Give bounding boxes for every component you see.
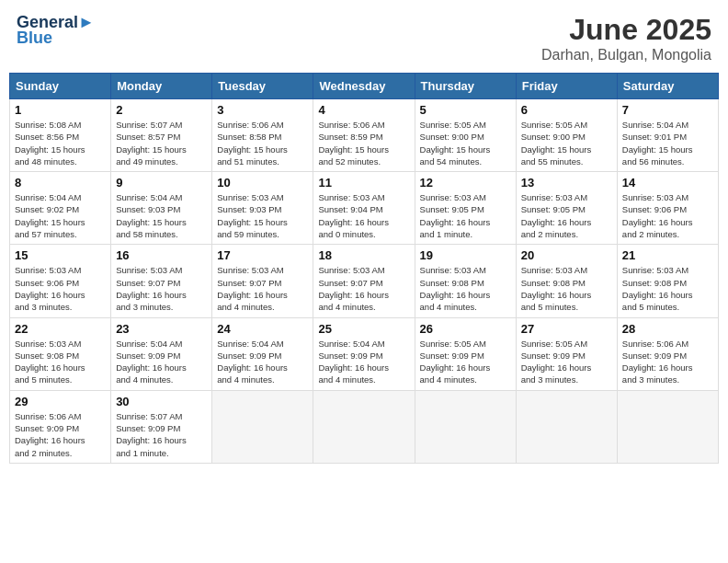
empty-cell [516, 390, 617, 463]
day-info: Sunrise: 5:03 AM Sunset: 9:06 PM Dayligh… [15, 264, 106, 313]
calendar-week-row: 22Sunrise: 5:03 AM Sunset: 9:08 PM Dayli… [10, 317, 719, 390]
day-number: 9 [116, 176, 207, 190]
day-info: Sunrise: 5:04 AM Sunset: 9:01 PM Dayligh… [622, 119, 713, 167]
calendar-day-cell: 25Sunrise: 5:04 AM Sunset: 9:09 PM Dayli… [313, 317, 415, 390]
day-info: Sunrise: 5:03 AM Sunset: 9:05 PM Dayligh… [420, 191, 511, 240]
day-info: Sunrise: 5:06 AM Sunset: 9:09 PM Dayligh… [15, 410, 106, 459]
day-number: 28 [622, 322, 713, 336]
calendar-week-row: 29Sunrise: 5:06 AM Sunset: 9:09 PM Dayli… [10, 390, 719, 463]
day-number: 13 [521, 176, 612, 190]
calendar-day-cell: 11Sunrise: 5:03 AM Sunset: 9:04 PM Dayli… [313, 172, 415, 245]
calendar-header-row: SundayMondayTuesdayWednesdayThursdayFrid… [10, 74, 719, 99]
day-info: Sunrise: 5:03 AM Sunset: 9:08 PM Dayligh… [622, 264, 713, 313]
day-info: Sunrise: 5:03 AM Sunset: 9:07 PM Dayligh… [217, 264, 308, 313]
logo-icon-shape: ► [78, 13, 95, 31]
day-number: 29 [15, 395, 106, 408]
calendar-table: SundayMondayTuesdayWednesdayThursdayFrid… [9, 73, 719, 464]
calendar-week-row: 15Sunrise: 5:03 AM Sunset: 9:06 PM Dayli… [10, 245, 719, 317]
day-info: Sunrise: 5:03 AM Sunset: 9:08 PM Dayligh… [15, 338, 106, 386]
month-year-title: June 2025 [541, 13, 711, 47]
calendar-week-row: 1Sunrise: 5:08 AM Sunset: 8:56 PM Daylig… [10, 99, 719, 172]
day-info: Sunrise: 5:04 AM Sunset: 9:09 PM Dayligh… [217, 338, 308, 386]
day-info: Sunrise: 5:03 AM Sunset: 9:08 PM Dayligh… [420, 264, 511, 313]
col-header-wednesday: Wednesday [313, 74, 415, 99]
calendar-day-cell: 8Sunrise: 5:04 AM Sunset: 9:02 PM Daylig… [10, 172, 111, 245]
day-info: Sunrise: 5:03 AM Sunset: 9:05 PM Dayligh… [521, 191, 612, 240]
day-number: 27 [521, 322, 612, 336]
calendar-day-cell: 29Sunrise: 5:06 AM Sunset: 9:09 PM Dayli… [10, 390, 111, 463]
day-number: 18 [318, 248, 409, 262]
calendar-day-cell: 13Sunrise: 5:03 AM Sunset: 9:05 PM Dayli… [516, 172, 617, 245]
col-header-monday: Monday [111, 74, 212, 99]
day-info: Sunrise: 5:03 AM Sunset: 9:07 PM Dayligh… [318, 264, 409, 313]
day-info: Sunrise: 5:06 AM Sunset: 9:09 PM Dayligh… [622, 338, 713, 386]
calendar-day-cell: 16Sunrise: 5:03 AM Sunset: 9:07 PM Dayli… [111, 245, 212, 317]
calendar-day-cell: 6Sunrise: 5:05 AM Sunset: 9:00 PM Daylig… [516, 99, 617, 172]
header: General► Blue June 2025 Darhan, Bulgan, … [9, 9, 719, 67]
calendar-day-cell: 4Sunrise: 5:06 AM Sunset: 8:59 PM Daylig… [313, 99, 415, 172]
day-info: Sunrise: 5:03 AM Sunset: 9:04 PM Dayligh… [318, 191, 409, 240]
logo-blue: Blue [17, 29, 52, 48]
day-number: 4 [318, 103, 409, 117]
day-number: 5 [420, 103, 511, 117]
day-info: Sunrise: 5:04 AM Sunset: 9:03 PM Dayligh… [116, 191, 207, 240]
day-number: 22 [15, 322, 106, 336]
calendar-day-cell: 19Sunrise: 5:03 AM Sunset: 9:08 PM Dayli… [415, 245, 516, 317]
day-number: 6 [521, 103, 612, 117]
day-info: Sunrise: 5:05 AM Sunset: 9:00 PM Dayligh… [521, 119, 612, 167]
day-number: 11 [318, 176, 409, 190]
calendar-day-cell: 24Sunrise: 5:04 AM Sunset: 9:09 PM Dayli… [212, 317, 313, 390]
day-info: Sunrise: 5:07 AM Sunset: 8:57 PM Dayligh… [116, 119, 207, 167]
day-number: 2 [116, 103, 207, 117]
calendar-day-cell: 27Sunrise: 5:05 AM Sunset: 9:09 PM Dayli… [516, 317, 617, 390]
empty-cell [313, 390, 415, 463]
calendar-day-cell: 20Sunrise: 5:03 AM Sunset: 9:08 PM Dayli… [516, 245, 617, 317]
day-info: Sunrise: 5:03 AM Sunset: 9:06 PM Dayligh… [622, 191, 713, 240]
day-number: 10 [217, 176, 308, 190]
calendar-day-cell: 23Sunrise: 5:04 AM Sunset: 9:09 PM Dayli… [111, 317, 212, 390]
day-number: 24 [217, 322, 308, 336]
calendar-day-cell: 28Sunrise: 5:06 AM Sunset: 9:09 PM Dayli… [617, 317, 718, 390]
day-number: 23 [116, 322, 207, 336]
calendar-day-cell: 10Sunrise: 5:03 AM Sunset: 9:03 PM Dayli… [212, 172, 313, 245]
location-subtitle: Darhan, Bulgan, Mongolia [541, 47, 711, 63]
calendar-day-cell: 12Sunrise: 5:03 AM Sunset: 9:05 PM Dayli… [415, 172, 516, 245]
day-number: 7 [622, 103, 713, 117]
calendar-day-cell: 30Sunrise: 5:07 AM Sunset: 9:09 PM Dayli… [111, 390, 212, 463]
title-area: June 2025 Darhan, Bulgan, Mongolia [541, 13, 711, 63]
calendar-day-cell: 5Sunrise: 5:05 AM Sunset: 9:00 PM Daylig… [415, 99, 516, 172]
day-info: Sunrise: 5:03 AM Sunset: 9:03 PM Dayligh… [217, 191, 308, 240]
day-number: 17 [217, 248, 308, 262]
calendar-day-cell: 7Sunrise: 5:04 AM Sunset: 9:01 PM Daylig… [617, 99, 718, 172]
empty-cell [212, 390, 313, 463]
day-info: Sunrise: 5:06 AM Sunset: 8:58 PM Dayligh… [217, 119, 308, 167]
day-info: Sunrise: 5:05 AM Sunset: 9:00 PM Dayligh… [420, 119, 511, 167]
calendar-day-cell: 21Sunrise: 5:03 AM Sunset: 9:08 PM Dayli… [617, 245, 718, 317]
day-info: Sunrise: 5:04 AM Sunset: 9:09 PM Dayligh… [318, 338, 409, 386]
day-number: 26 [420, 322, 511, 336]
day-number: 19 [420, 248, 511, 262]
calendar-day-cell: 17Sunrise: 5:03 AM Sunset: 9:07 PM Dayli… [212, 245, 313, 317]
day-info: Sunrise: 5:05 AM Sunset: 9:09 PM Dayligh… [521, 338, 612, 386]
calendar-day-cell: 14Sunrise: 5:03 AM Sunset: 9:06 PM Dayli… [617, 172, 718, 245]
day-info: Sunrise: 5:04 AM Sunset: 9:09 PM Dayligh… [116, 338, 207, 386]
col-header-friday: Friday [516, 74, 617, 99]
day-number: 25 [318, 322, 409, 336]
empty-cell [617, 390, 718, 463]
day-number: 12 [420, 176, 511, 190]
day-info: Sunrise: 5:06 AM Sunset: 8:59 PM Dayligh… [318, 119, 409, 167]
day-number: 21 [622, 248, 713, 262]
logo: General► Blue [17, 13, 95, 48]
day-number: 3 [217, 103, 308, 117]
calendar-day-cell: 18Sunrise: 5:03 AM Sunset: 9:07 PM Dayli… [313, 245, 415, 317]
calendar-day-cell: 3Sunrise: 5:06 AM Sunset: 8:58 PM Daylig… [212, 99, 313, 172]
day-number: 8 [15, 176, 106, 190]
day-number: 15 [15, 248, 106, 262]
calendar-day-cell: 2Sunrise: 5:07 AM Sunset: 8:57 PM Daylig… [111, 99, 212, 172]
day-number: 1 [15, 103, 106, 117]
empty-cell [415, 390, 516, 463]
day-number: 16 [116, 248, 207, 262]
day-info: Sunrise: 5:08 AM Sunset: 8:56 PM Dayligh… [15, 119, 106, 167]
calendar-day-cell: 26Sunrise: 5:05 AM Sunset: 9:09 PM Dayli… [415, 317, 516, 390]
calendar-day-cell: 1Sunrise: 5:08 AM Sunset: 8:56 PM Daylig… [10, 99, 111, 172]
